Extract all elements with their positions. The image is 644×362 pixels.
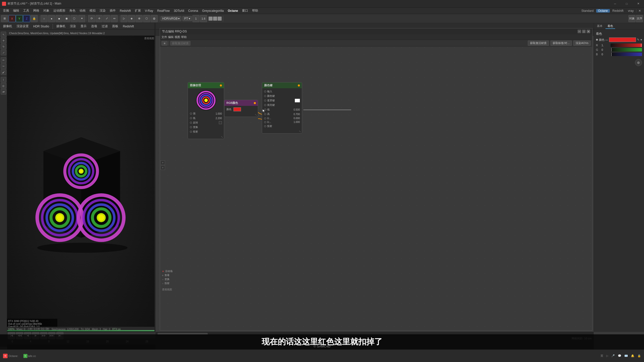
node-color-swatch[interactable]	[233, 107, 241, 111]
tool-anim2[interactable]: ◈	[128, 15, 135, 22]
tool-light[interactable]: ✦	[78, 15, 85, 22]
menu-3dtoall[interactable]: 3DToAll	[172, 9, 186, 13]
tool-grid[interactable]: ⊞	[1, 15, 8, 22]
smenu-mesh-filter[interactable]: 过滤	[100, 24, 110, 29]
smenu-mesh-redshift[interactable]: Redshift	[121, 24, 136, 29]
menu-realflow[interactable]: RealFlow	[155, 9, 172, 13]
tool-arrows[interactable]: ⤢	[103, 15, 110, 22]
smenu-mesh-show[interactable]: 显示	[78, 24, 89, 29]
tool-circle[interactable]: ○	[41, 15, 48, 22]
node-image-texture[interactable]: 图像纹理 强 1.0	[188, 82, 224, 139]
menu-window[interactable]: 窗口	[240, 8, 250, 13]
tool-shader[interactable]: ⬡	[143, 15, 150, 22]
tool-z[interactable]: Z	[23, 15, 30, 22]
menu-extend[interactable]: 扩展	[133, 8, 143, 13]
tool-obj[interactable]: 对象	[628, 15, 635, 22]
viewport[interactable]: 透视视图 RTX 3090 [PD][61] %98 49 Out-of cor…	[7, 36, 155, 332]
menu-anim[interactable]: 动画	[77, 8, 88, 13]
right-tab-basic[interactable]: 基本	[595, 24, 605, 29]
smenu-hdrstudio[interactable]: HDR Studio	[31, 24, 51, 29]
menu-char[interactable]: 角色	[67, 8, 77, 13]
menu-edit[interactable]: 编辑	[11, 8, 21, 13]
node-resize-handle[interactable]: ⤡	[188, 135, 224, 139]
tool-lock[interactable]: 🔒	[31, 15, 38, 22]
menu-object[interactable]: 对象	[41, 8, 51, 13]
left-tool-paint[interactable]: 🖌	[1, 69, 6, 75]
node-rgb-handle[interactable]: ⤡	[224, 113, 258, 117]
menu-audio[interactable]: 音频	[1, 8, 11, 13]
rpanel-color-edit[interactable]: ✎	[637, 38, 639, 41]
rpanel-color-bar[interactable]	[609, 37, 636, 42]
color-swatch-1[interactable]	[209, 17, 213, 21]
nwmenu-view[interactable]: 视图	[175, 35, 180, 39]
menu-plugin[interactable]: 插件	[108, 8, 118, 13]
menu-help[interactable]: 帮助	[250, 8, 260, 13]
rpanel-plus-icon[interactable]: ⊕	[635, 59, 642, 66]
nw-minimize[interactable]: ─	[578, 30, 581, 33]
color-swatch-2[interactable]	[213, 17, 217, 21]
tool-anim3[interactable]: ⊕	[136, 15, 143, 22]
ne-transform[interactable]: ○ 变换	[162, 278, 173, 281]
menu-corona[interactable]: Corona	[186, 9, 200, 13]
menu-mograph[interactable]: 运动图形	[51, 8, 67, 13]
tool-hier[interactable]: 次序	[636, 15, 643, 22]
tool-y[interactable]: Y	[16, 15, 23, 22]
smenu-mesh-sel[interactable]: 选项	[89, 24, 99, 29]
left-tool-brush[interactable]: ◎	[1, 83, 6, 88]
left-tool-move[interactable]: ✛	[1, 38, 6, 43]
left-tool-rotate[interactable]: ↻	[1, 44, 6, 49]
nw-close[interactable]: ✕	[587, 30, 590, 33]
ne-proj[interactable]: ○ 投射	[162, 282, 173, 285]
menu-tools[interactable]: 工具	[21, 8, 31, 13]
node-canvas[interactable]: 图像纹理 强 1.0	[160, 47, 592, 330]
ne-expand[interactable]: ≡	[162, 41, 168, 46]
ne-get-tag[interactable]: 获取标签/对...	[550, 40, 572, 46]
menu-render[interactable]: 渲染	[98, 8, 108, 13]
tool-mat[interactable]: ◍	[151, 15, 158, 22]
maximize-button[interactable]: □	[621, 0, 632, 8]
nw-maximize[interactable]: □	[582, 30, 586, 33]
ne-render-aovs[interactable]: 渲染AOVs	[573, 40, 591, 46]
node-rgb-color[interactable]: RGB颜色 颜色 ⤡	[224, 100, 258, 117]
ne-active-field[interactable]: ✕ 活动场	[162, 269, 173, 273]
minimize-button[interactable]: ─	[609, 0, 621, 8]
right-tab-shade[interactable]: 着色	[606, 24, 615, 29]
menu-greyscale[interactable]: Greyscalegorilla	[200, 9, 226, 13]
node-colorkey-handle[interactable]: ⤡	[262, 129, 302, 133]
tool-x[interactable]: X	[9, 15, 16, 22]
pt-dropdown[interactable]: PT ▾	[182, 16, 192, 21]
smenu-rendersettings[interactable]: 渲染设置	[15, 24, 31, 29]
nwmenu-file[interactable]: 文件	[162, 35, 167, 39]
nwmenu-help[interactable]: 帮助	[181, 35, 187, 39]
tool-num1[interactable]: 1	[192, 15, 199, 22]
tool-poly[interactable]: ⬡	[71, 15, 78, 22]
menu-vray[interactable]: V-Ray	[143, 9, 155, 13]
node-color-key[interactable]: 颜色键 输入 颜色键 遮罩键 填充键	[262, 82, 302, 133]
nwmenu-edit[interactable]: 编辑	[168, 35, 174, 39]
ne-view[interactable]: ≡ 查看	[162, 274, 173, 277]
invert-checkbox[interactable]	[219, 121, 222, 124]
smenu-mesh-panel[interactable]: 面板	[110, 24, 120, 29]
left-tool-draw[interactable]: ✏	[1, 57, 6, 63]
menu-octane[interactable]: Octane	[226, 9, 240, 13]
left-tool-cut[interactable]: ✂	[1, 63, 6, 69]
tool-cross[interactable]: ✛	[96, 15, 103, 22]
left-tool-scale[interactable]: ⤢	[1, 50, 6, 55]
left-tool-spline[interactable]: ⌇	[1, 77, 6, 82]
smenu-mesh-cam[interactable]: 摄像机	[54, 24, 67, 29]
vertical-splitter[interactable]	[154, 23, 155, 332]
tool-sym[interactable]: ⇔	[111, 15, 118, 22]
channel-b-bar[interactable]	[611, 53, 642, 56]
hdr-dropdown[interactable]: HDR/sRGB ▾	[160, 16, 181, 21]
menu-mesh[interactable]: 网格	[31, 8, 41, 13]
smenu-mesh-render[interactable]: 渲染	[68, 24, 78, 29]
node-tool-1[interactable]: ≡	[160, 160, 165, 165]
menu-sim[interactable]: 模拟	[88, 8, 98, 13]
tool-dot[interactable]: ●	[48, 15, 55, 22]
tool-anim1[interactable]: ▷	[120, 15, 128, 22]
left-tool-sym[interactable]: ⇄	[1, 89, 6, 95]
close-button[interactable]: ✕	[632, 0, 644, 8]
smenu-camera[interactable]: 摄像机	[1, 24, 14, 29]
tool-sphere[interactable]: ◉	[63, 15, 70, 22]
color-swatch-3[interactable]	[218, 17, 222, 21]
